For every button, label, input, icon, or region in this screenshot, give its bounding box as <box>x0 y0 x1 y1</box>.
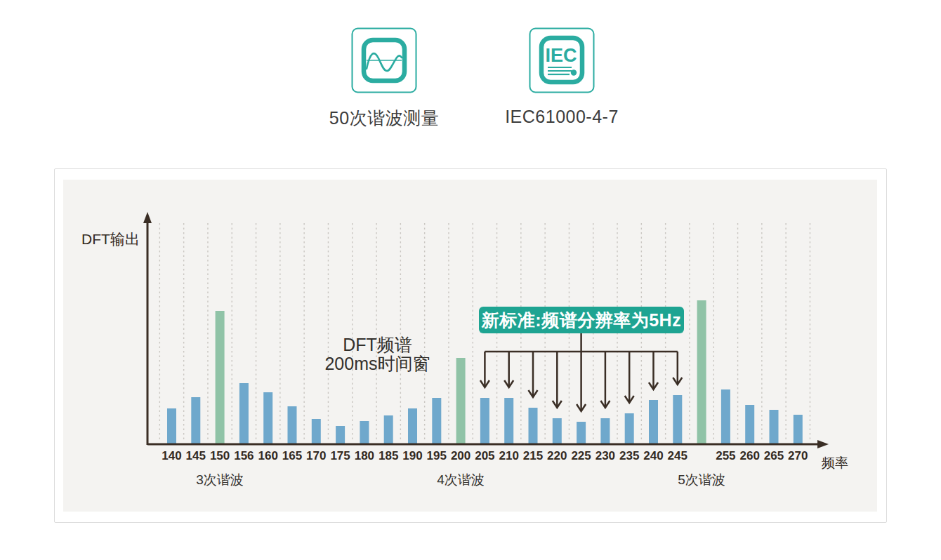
x-axis-arrowhead <box>817 440 829 448</box>
bar-270 <box>794 415 803 444</box>
feature-label-harmonics: 50次谐波测量 <box>307 107 461 130</box>
bar-250 <box>697 300 706 444</box>
bar-160 <box>263 392 272 444</box>
x-tick-label: 175 <box>330 449 350 462</box>
dft-spectrum-chart: 1401451501561601651701751801851901952002… <box>54 168 887 523</box>
x-tick-label: 165 <box>282 449 302 462</box>
bar-220 <box>553 418 562 444</box>
bar-205 <box>480 398 489 444</box>
bar-195 <box>432 398 441 444</box>
new-standard-badge: 新标准:频谱分辨率为5Hz <box>479 307 684 333</box>
harmonic-label-3rd: 3次谐波 <box>171 471 269 489</box>
bar-165 <box>288 406 297 444</box>
bar-240 <box>649 400 658 444</box>
bar-215 <box>529 408 538 444</box>
bar-265 <box>770 410 779 444</box>
x-tick-label: 140 <box>162 449 181 462</box>
harmonic-label-4th: 4次谐波 <box>412 471 510 489</box>
x-tick-label: 170 <box>306 449 326 462</box>
x-tick-label: 185 <box>379 449 398 462</box>
spectrum-note: DFT频谱 200ms时间窗 <box>291 335 463 373</box>
x-tick-label: 205 <box>475 449 494 462</box>
spectrum-note-line1: DFT频谱 <box>291 335 463 354</box>
bar-255 <box>721 389 730 444</box>
x-tick-label: 195 <box>427 449 447 462</box>
bar-150 <box>216 311 225 444</box>
iec-standard-icon: IEC <box>529 27 595 93</box>
x-tick-label: 210 <box>499 449 519 462</box>
x-tick-label: 215 <box>523 449 543 462</box>
bar-210 <box>504 398 513 444</box>
feature-sine-wave <box>351 27 417 96</box>
spectrum-note-line2: 200ms时间窗 <box>291 354 463 373</box>
bar-140 <box>167 408 176 444</box>
x-tick-label: 230 <box>595 449 615 462</box>
bar-245 <box>673 395 682 444</box>
bar-185 <box>384 415 393 444</box>
x-tick-label: 245 <box>668 449 687 462</box>
x-tick-label: 255 <box>716 449 735 462</box>
x-axis-label: 频率 <box>810 454 860 472</box>
y-axis-arrowhead <box>143 212 152 223</box>
bar-170 <box>312 419 321 444</box>
iec-icon-text: IEC <box>545 45 577 66</box>
x-tick-label: 235 <box>619 449 639 462</box>
bar-225 <box>577 422 586 444</box>
bar-260 <box>745 405 754 444</box>
x-tick-label: 156 <box>234 449 254 462</box>
x-tick-label: 200 <box>451 449 470 462</box>
y-axis-label: DFT输出 <box>77 229 144 249</box>
sine-wave-icon <box>351 27 417 93</box>
bar-235 <box>625 413 634 444</box>
x-tick-label: 270 <box>788 449 808 462</box>
feature-label-iec: IEC61000-4-7 <box>485 107 639 127</box>
x-tick-label: 145 <box>186 449 206 462</box>
x-tick-label: 150 <box>210 449 230 462</box>
x-tick-label: 190 <box>402 449 422 462</box>
x-tick-label: 265 <box>764 449 784 462</box>
bar-190 <box>408 408 417 444</box>
x-tick-label: 225 <box>571 449 591 462</box>
feature-iec: IEC <box>529 27 595 96</box>
page: { "header": { "features": [ { "icon": "s… <box>0 0 941 560</box>
x-tick-label: 260 <box>740 449 760 462</box>
x-tick-label: 240 <box>643 449 663 462</box>
bar-175 <box>336 426 345 444</box>
x-tick-label: 180 <box>355 449 374 462</box>
x-tick-label: 160 <box>258 449 278 462</box>
bar-180 <box>360 421 369 444</box>
harmonic-label-5th: 5次谐波 <box>652 471 751 489</box>
x-tick-label: 220 <box>547 449 567 462</box>
bar-155 <box>239 383 249 444</box>
bar-230 <box>600 418 610 444</box>
bar-145 <box>191 397 200 444</box>
